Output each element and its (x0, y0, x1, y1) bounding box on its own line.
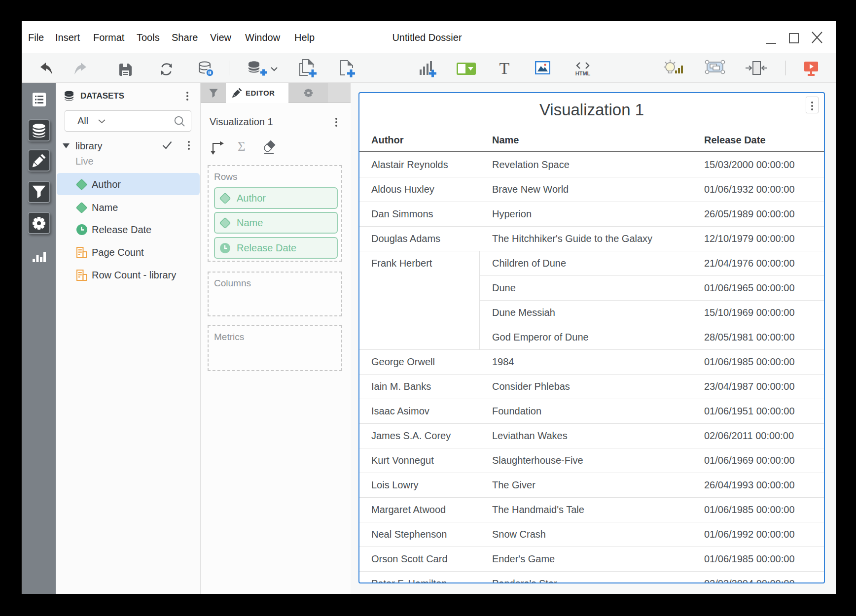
svg-text:HTML: HTML (575, 70, 591, 76)
svg-text:T: T (499, 61, 510, 76)
